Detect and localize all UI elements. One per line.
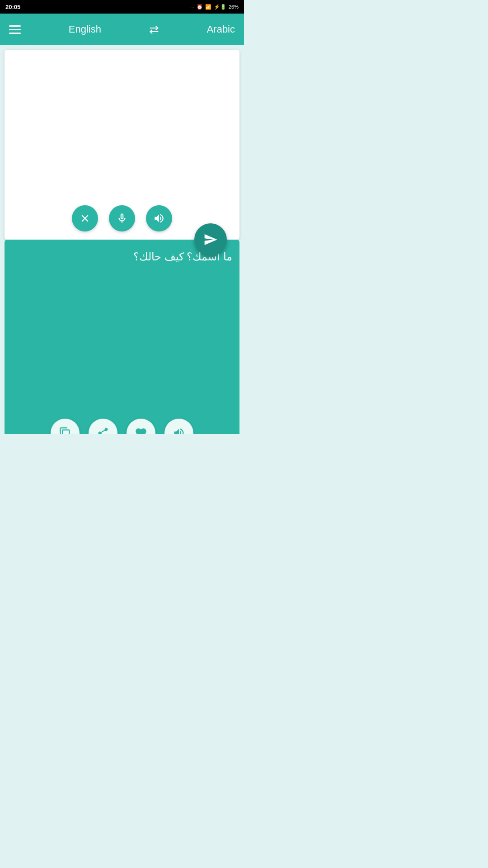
translate-button[interactable] [194,223,227,256]
translation-area: ما اسمك؟ كيف حالك؟ [5,240,239,434]
menu-button[interactable] [9,25,21,34]
source-text-input[interactable] [12,57,232,202]
toolbar: English ⇄ Arabic [0,14,244,45]
favorite-button[interactable] [127,419,155,434]
sim-icon: 📶 [205,4,211,10]
copy-button[interactable] [51,419,80,434]
close-icon [79,212,91,224]
source-language-button[interactable]: English [69,24,101,35]
microphone-icon [116,212,128,224]
share-button[interactable] [89,419,117,434]
status-icons: ··· ⏰ 📶 ⚡🔋 26% [190,4,239,10]
send-icon [203,232,218,247]
translation-action-buttons [5,419,239,434]
speak-translation-button[interactable] [164,419,193,434]
target-language-button[interactable]: Arabic [207,24,235,35]
battery-percent: 26% [229,4,239,9]
dots-icon: ··· [190,4,194,9]
play-speaker-icon [173,427,185,434]
status-time: 20:05 [5,4,20,10]
speaker-icon [153,212,165,224]
swap-languages-button[interactable]: ⇄ [149,23,159,37]
battery-icon: ⚡🔋 [214,4,226,10]
clear-button[interactable] [72,205,98,231]
status-bar: 20:05 ··· ⏰ 📶 ⚡🔋 26% [0,0,244,14]
heart-icon [135,427,147,434]
input-area [5,50,239,240]
translation-wrapper: ما اسمك؟ كيف حالك؟ [5,240,239,434]
alarm-icon: ⏰ [197,4,203,10]
share-icon [97,427,109,434]
copy-icon [59,427,71,434]
speak-source-button[interactable] [146,205,172,231]
microphone-button[interactable] [109,205,135,231]
